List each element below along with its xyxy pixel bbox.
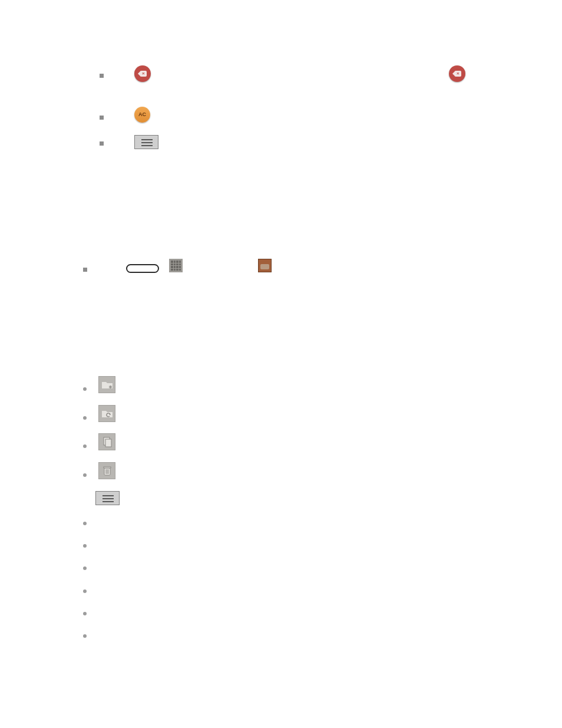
list-bullet [83, 612, 87, 615]
trash-icon[interactable] [98, 462, 115, 479]
hamburger-icon [141, 139, 153, 148]
svg-rect-2 [105, 439, 111, 447]
folder-refresh-icon[interactable] [98, 405, 115, 422]
hamburger-button[interactable] [95, 491, 120, 505]
list-bullet [83, 544, 87, 548]
list-bullet [83, 444, 87, 448]
input-pill[interactable] [126, 264, 159, 273]
list-bullet [100, 116, 104, 120]
copy-icon[interactable] [98, 433, 115, 450]
list-bullet [83, 416, 87, 420]
list-bullet [83, 387, 87, 391]
ac-label: AC [138, 112, 146, 117]
hamburger-icon [103, 495, 114, 504]
picture-box-icon[interactable] [258, 259, 272, 272]
list-bullet [83, 473, 87, 477]
list-bullet [83, 268, 87, 272]
folder-add-icon[interactable] [98, 376, 115, 393]
list-bullet [83, 589, 87, 593]
backspace-badge[interactable]: × [134, 65, 151, 82]
list-bullet [100, 74, 104, 78]
backspace-icon: × [453, 71, 461, 77]
backspace-icon: × [138, 71, 147, 77]
list-bullet [100, 141, 104, 146]
hamburger-button[interactable] [134, 135, 158, 149]
list-bullet [83, 634, 87, 638]
backspace-badge[interactable]: × [449, 65, 465, 82]
ac-badge[interactable]: AC [134, 107, 150, 123]
list-bullet [83, 566, 87, 570]
svg-rect-4 [104, 467, 111, 468]
list-bullet [83, 522, 87, 525]
grid-icon[interactable] [169, 259, 183, 272]
